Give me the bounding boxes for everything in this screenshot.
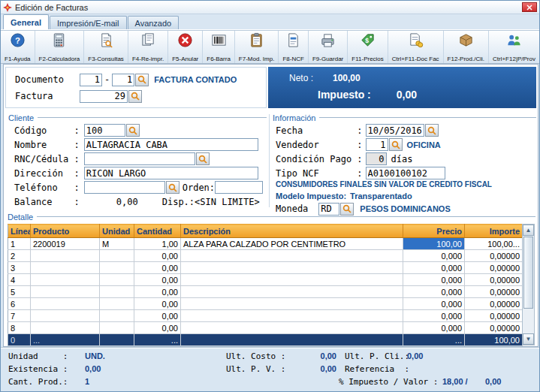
cell-precio[interactable]: 0,000 [403, 298, 465, 310]
ncf-button[interactable]: F8-NCF [279, 31, 308, 63]
cell-unidad[interactable] [100, 298, 134, 310]
cell-descripcion[interactable] [181, 274, 403, 286]
consultas-button[interactable]: F3-Consultas [84, 31, 128, 63]
cell-producto[interactable] [31, 322, 100, 334]
cell-precio[interactable]: 0,000 [403, 250, 465, 262]
cell-precio[interactable]: 0,000 [403, 286, 465, 298]
cell-cantidad[interactable]: 1,00 [134, 238, 181, 250]
guardar-button[interactable]: F9-Guardar [309, 31, 348, 63]
cell-cantidad[interactable]: 0,00 [134, 310, 181, 322]
cell-producto[interactable] [31, 310, 100, 322]
cell-cantidad[interactable]: 0,00 [134, 274, 181, 286]
cell-linea[interactable]: 4 [8, 274, 31, 286]
column-header-cantidad[interactable]: Cantidad [134, 225, 181, 238]
direccion-input[interactable] [84, 167, 258, 179]
codigo-input[interactable] [84, 124, 125, 137]
total-cell-producto[interactable]: ... [31, 334, 100, 346]
cell-importe[interactable]: 0,00000 [465, 298, 523, 310]
column-header-precio[interactable]: Precio [403, 225, 465, 238]
cell-unidad[interactable] [100, 250, 134, 262]
column-header-unidad[interactable]: Unidad [100, 225, 134, 238]
documento-search-button[interactable] [135, 74, 149, 86]
cell-precio[interactable]: 0,000 [403, 322, 465, 334]
cell-importe[interactable]: 0,00000 [465, 262, 523, 274]
fecha-input[interactable] [366, 124, 424, 137]
vendedor-search-button[interactable] [389, 138, 403, 151]
cell-precio[interactable]: 0,000 [403, 262, 465, 274]
anular-button[interactable]: F5-Anular [168, 31, 203, 63]
cell-linea[interactable]: 5 [8, 286, 31, 298]
cell-descripcion[interactable] [181, 298, 403, 310]
column-header-linea[interactable]: Línea [8, 225, 31, 238]
total-cell-importe[interactable]: 100,00 [465, 334, 523, 346]
codigo-search-button[interactable] [126, 124, 140, 137]
cell-descripcion[interactable]: ALZA PARA CALZADO POR CENTIMETRO [181, 238, 403, 250]
calculator-button[interactable]: F2-Calculadora [35, 31, 85, 63]
total-cell-precio[interactable]: ... [403, 334, 465, 346]
scrollbar-up-button[interactable]: ▲ [523, 225, 534, 236]
tab-impresion-email[interactable]: Impresión/E-mail [50, 16, 127, 29]
cell-cantidad[interactable]: 0,00 [134, 262, 181, 274]
precios-button[interactable]: $ F11-Precios [348, 31, 388, 63]
doc-fac-button[interactable]: Ctrl+F11-Doc Fac [388, 31, 444, 63]
cell-unidad[interactable]: M [100, 238, 134, 250]
cell-producto[interactable] [31, 286, 100, 298]
column-header-producto[interactable]: Producto [31, 225, 100, 238]
cell-cantidad[interactable]: 0,00 [134, 250, 181, 262]
prod-cli-button[interactable]: F12-Prod./Cli. [444, 31, 489, 63]
barra-button[interactable]: F6-Barra [203, 31, 235, 63]
cell-descripcion[interactable] [181, 250, 403, 262]
help-button[interactable]: ? F1-Ayuda [1, 31, 35, 63]
cell-linea[interactable]: 6 [8, 298, 31, 310]
prov-button[interactable]: Ctrl+F12|P/Prov [489, 31, 539, 63]
total-cell-linea[interactable]: 0 [8, 334, 31, 346]
cell-unidad[interactable] [100, 310, 134, 322]
cell-linea[interactable]: 8 [8, 322, 31, 334]
rnc-search-button[interactable] [196, 152, 210, 165]
cell-cantidad[interactable]: 0,00 [134, 286, 181, 298]
condicion-input[interactable] [366, 152, 387, 165]
cell-unidad[interactable] [100, 322, 134, 334]
cell-cantidad[interactable]: 0,00 [134, 298, 181, 310]
cell-producto[interactable] [31, 274, 100, 286]
cell-producto[interactable]: 2200019 [31, 238, 100, 250]
reimprimir-button[interactable]: F4-Re-impr. [128, 31, 168, 63]
vertical-scrollbar[interactable]: ▲ ▼ [522, 224, 535, 345]
scrollbar-thumb[interactable] [523, 237, 533, 309]
scrollbar-down-button[interactable]: ▼ [523, 333, 534, 345]
cell-linea[interactable]: 1 [8, 238, 31, 250]
cell-linea[interactable]: 7 [8, 310, 31, 322]
mod-impuesto-button[interactable]: F7-Mod. Imp. [235, 31, 279, 63]
tab-general[interactable]: General [3, 14, 49, 29]
tab-avanzado[interactable]: Avanzado [128, 16, 179, 29]
cell-producto[interactable] [31, 262, 100, 274]
documento-numero-input[interactable] [112, 74, 134, 86]
cell-unidad[interactable] [100, 274, 134, 286]
close-button[interactable] [522, 2, 537, 12]
telefono-input[interactable] [84, 181, 165, 194]
cell-unidad[interactable] [100, 286, 134, 298]
cell-producto[interactable] [31, 250, 100, 262]
cell-descripcion[interactable] [181, 322, 403, 334]
cell-precio[interactable]: 0,000 [403, 310, 465, 322]
column-header-importe[interactable]: Importe [465, 225, 523, 238]
total-cell-descripcion[interactable] [181, 334, 403, 346]
cell-descripcion[interactable] [181, 310, 403, 322]
cell-descripcion[interactable] [181, 286, 403, 298]
cell-cantidad[interactable]: 0,00 [134, 322, 181, 334]
cell-importe[interactable]: 0,00000 [465, 274, 523, 286]
factura-search-button[interactable] [128, 90, 142, 103]
cell-importe[interactable]: 0,00000 [465, 250, 523, 262]
cell-importe[interactable]: 0,00000 [465, 322, 523, 334]
factura-input[interactable] [80, 90, 128, 103]
cell-descripcion[interactable] [181, 262, 403, 274]
cell-precio-selected[interactable]: 100,00 [403, 238, 465, 250]
total-cell-cantidad[interactable]: ... [134, 334, 181, 346]
fecha-search-button[interactable] [425, 124, 439, 137]
cell-importe[interactable]: 0,00000 [465, 286, 523, 298]
cell-linea[interactable]: 2 [8, 250, 31, 262]
total-cell-unidad[interactable] [100, 334, 134, 346]
cell-unidad[interactable] [100, 262, 134, 274]
cell-importe[interactable]: 0,00000 [465, 310, 523, 322]
vendedor-input[interactable] [366, 138, 388, 151]
